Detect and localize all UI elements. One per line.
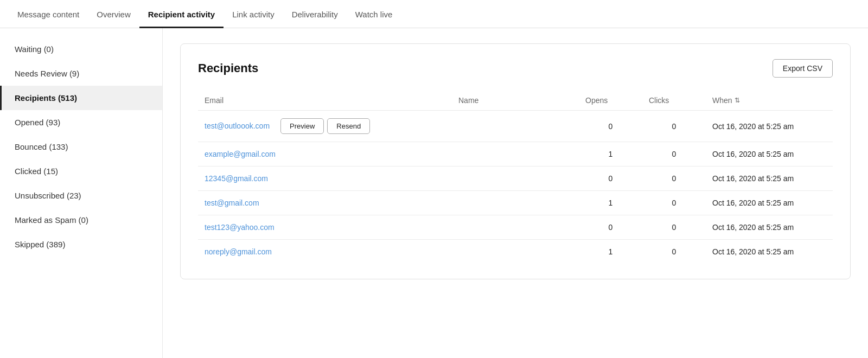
sidebar: Waiting (0)Needs Review (9)Recipients (5… (0, 28, 163, 358)
clicks-cell: 0 (642, 167, 706, 191)
when-cell: Oct 16, 2020 at 5:25 am (706, 240, 833, 264)
when-cell: Oct 16, 2020 at 5:25 am (706, 111, 833, 142)
when-cell: Oct 16, 2020 at 5:25 am (706, 167, 833, 191)
clicks-cell: 0 (642, 111, 706, 142)
opens-cell: 1 (579, 240, 642, 264)
clicks-cell: 0 (642, 191, 706, 215)
table-row: test123@yahoo.com00Oct 16, 2020 at 5:25 … (198, 215, 833, 240)
email-link[interactable]: example@gmail.com (205, 150, 276, 158)
recipients-card: Recipients Export CSV Email Name Opens C… (180, 43, 851, 279)
clicks-cell: 0 (642, 215, 706, 240)
sort-icon: ⇅ (735, 97, 740, 104)
top-nav: Message contentOverviewRecipient activit… (0, 0, 868, 28)
sidebar-item-unsubscribed[interactable]: Unsubscribed (23) (0, 183, 162, 208)
preview-button[interactable]: Preview (280, 118, 324, 134)
sidebar-item-opened[interactable]: Opened (93) (0, 110, 162, 135)
nav-tab-overview[interactable]: Overview (88, 2, 139, 28)
col-header-email: Email (198, 91, 452, 111)
opens-cell: 0 (579, 215, 642, 240)
export-csv-button[interactable]: Export CSV (773, 59, 833, 78)
table-row: noreply@gmail.com10Oct 16, 2020 at 5:25 … (198, 240, 833, 264)
email-link[interactable]: test@outloook.com (205, 122, 270, 130)
name-cell (452, 215, 579, 240)
table-body: test@outloook.comPreviewResend00Oct 16, … (198, 111, 833, 264)
when-label: When (712, 96, 732, 105)
table-row: 12345@gmail.com00Oct 16, 2020 at 5:25 am (198, 167, 833, 191)
col-header-clicks: Clicks (642, 91, 706, 111)
sidebar-item-waiting[interactable]: Waiting (0) (0, 37, 162, 61)
sidebar-item-clicked[interactable]: Clicked (15) (0, 159, 162, 183)
table-row: test@gmail.com10Oct 16, 2020 at 5:25 am (198, 191, 833, 215)
nav-tab-link-activity[interactable]: Link activity (224, 2, 283, 28)
clicks-cell: 0 (642, 142, 706, 167)
clicks-cell: 0 (642, 240, 706, 264)
recipients-title: Recipients (198, 61, 258, 75)
recipients-table: Email Name Opens Clicks When ⇅ test@out (198, 91, 833, 264)
email-link[interactable]: noreply@gmail.com (205, 247, 272, 256)
nav-tab-message-content[interactable]: Message content (9, 2, 88, 28)
nav-tab-deliverability[interactable]: Deliverability (283, 2, 347, 28)
table-row: test@outloook.comPreviewResend00Oct 16, … (198, 111, 833, 142)
main-layout: Waiting (0)Needs Review (9)Recipients (5… (0, 28, 868, 358)
sidebar-item-recipients[interactable]: Recipients (513) (0, 86, 162, 110)
nav-tab-watch-live[interactable]: Watch live (347, 2, 401, 28)
opens-cell: 0 (579, 167, 642, 191)
email-link[interactable]: 12345@gmail.com (205, 174, 268, 183)
resend-button[interactable]: Resend (327, 118, 370, 134)
sidebar-item-bounced[interactable]: Bounced (133) (0, 135, 162, 159)
when-cell: Oct 16, 2020 at 5:25 am (706, 142, 833, 167)
email-link[interactable]: test123@yahoo.com (205, 223, 275, 232)
opens-cell: 1 (579, 191, 642, 215)
when-cell: Oct 16, 2020 at 5:25 am (706, 191, 833, 215)
table-header: Email Name Opens Clicks When ⇅ (198, 91, 833, 111)
card-header: Recipients Export CSV (198, 59, 833, 78)
name-cell (452, 191, 579, 215)
col-header-name: Name (452, 91, 579, 111)
name-cell (452, 167, 579, 191)
name-cell (452, 111, 579, 142)
name-cell (452, 142, 579, 167)
content-area: Recipients Export CSV Email Name Opens C… (163, 28, 868, 358)
opens-cell: 1 (579, 142, 642, 167)
col-header-when[interactable]: When ⇅ (706, 91, 833, 111)
sidebar-item-marked-as-spam[interactable]: Marked as Spam (0) (0, 208, 162, 232)
opens-cell: 0 (579, 111, 642, 142)
sidebar-item-skipped[interactable]: Skipped (389) (0, 232, 162, 257)
sidebar-item-needs-review[interactable]: Needs Review (9) (0, 61, 162, 86)
table-row: example@gmail.com10Oct 16, 2020 at 5:25 … (198, 142, 833, 167)
name-cell (452, 240, 579, 264)
nav-tab-recipient-activity[interactable]: Recipient activity (139, 2, 224, 28)
when-cell: Oct 16, 2020 at 5:25 am (706, 215, 833, 240)
col-header-opens: Opens (579, 91, 642, 111)
email-link[interactable]: test@gmail.com (205, 199, 259, 207)
